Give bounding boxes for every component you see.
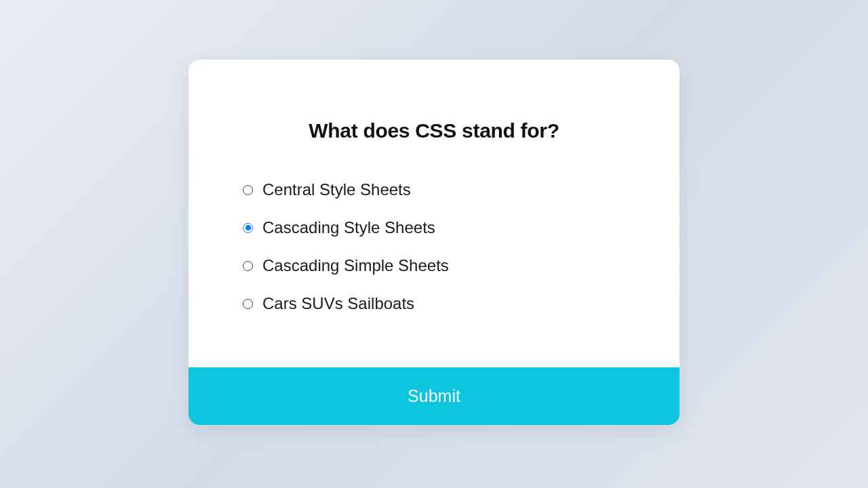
options-list: Central Style Sheets Cascading Style She… — [243, 180, 625, 313]
option-label: Cars SUVs Sailboats — [262, 294, 414, 313]
option-label: Cascading Simple Sheets — [262, 256, 449, 275]
quiz-question: What does CSS stand for? — [243, 119, 625, 142]
option-b[interactable]: Cascading Style Sheets — [243, 218, 625, 237]
radio-icon — [243, 299, 253, 309]
radio-icon — [243, 261, 253, 271]
option-c[interactable]: Cascading Simple Sheets — [243, 256, 625, 275]
option-d[interactable]: Cars SUVs Sailboats — [243, 294, 625, 313]
quiz-content: What does CSS stand for? Central Style S… — [189, 60, 679, 367]
quiz-card: What does CSS stand for? Central Style S… — [189, 60, 679, 425]
radio-icon — [243, 185, 253, 195]
option-label: Cascading Style Sheets — [262, 218, 435, 237]
option-a[interactable]: Central Style Sheets — [243, 180, 625, 199]
option-label: Central Style Sheets — [262, 180, 411, 199]
radio-icon — [243, 223, 253, 233]
submit-button[interactable]: Submit — [189, 367, 679, 425]
